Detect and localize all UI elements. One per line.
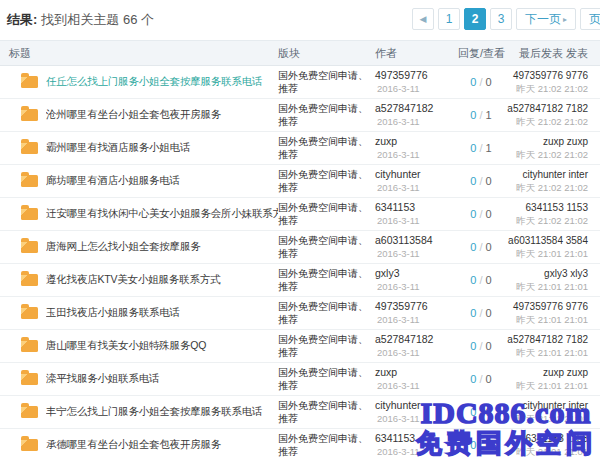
folder-icon bbox=[21, 373, 38, 385]
lastpost-time: 昨天 21:01 21:01 bbox=[516, 314, 588, 325]
post-date: 2016-3-11 bbox=[375, 281, 420, 292]
replies-views: 0/1 bbox=[458, 142, 504, 154]
post-date: 2016-3-11 bbox=[375, 446, 420, 457]
thread-title-link[interactable]: 沧州哪里有坐台小姐全套包夜开房服务 bbox=[46, 108, 278, 122]
lastpost-author-link[interactable]: 497359776 9776 bbox=[513, 70, 588, 81]
table-row: 任丘怎么找上门服务小姐全套按摩服务联系电话 国外免费空间申请、推荐 497359… bbox=[0, 66, 600, 99]
table-row: 廊坊哪里有酒店小姐服务电话 国外免费空间申请、推荐 cityhunter2016… bbox=[0, 165, 600, 198]
lastpost-author-link[interactable]: a527847182 7182 bbox=[507, 334, 588, 345]
folder-icon bbox=[21, 109, 38, 121]
folder-icon bbox=[21, 340, 38, 352]
replies-views: 0/0 bbox=[458, 439, 504, 451]
forum-link[interactable]: 国外免费空间申请、推荐 bbox=[278, 267, 375, 293]
header-lastpost: 最后发表 发表 bbox=[504, 46, 600, 61]
thread-title-link[interactable]: 廊坊哪里有酒店小姐服务电话 bbox=[46, 174, 278, 188]
next-page-button[interactable]: 下一页▸ bbox=[516, 8, 576, 30]
folder-icon bbox=[21, 175, 38, 187]
lastpost-time: 昨天 21:02 21:02 bbox=[516, 215, 588, 226]
replies-views: 0/0 bbox=[458, 241, 504, 253]
forum-link[interactable]: 国外免费空间申请、推荐 bbox=[278, 201, 375, 227]
folder-icon bbox=[21, 241, 38, 253]
author-link[interactable]: 6341153 bbox=[375, 432, 415, 444]
replies-views: 0/0 bbox=[458, 175, 504, 187]
lastpost-author-link[interactable]: a603113584 3584 bbox=[508, 235, 588, 246]
table-row: 沧州哪里有坐台小姐全套包夜开房服务 国外免费空间申请、推荐 a527847182… bbox=[0, 99, 600, 132]
author-link[interactable]: a603113584 bbox=[375, 234, 433, 246]
post-date: 2016-3-11 bbox=[375, 413, 420, 424]
lastpost-time: 昨天 21:01 21:01 bbox=[516, 347, 588, 358]
header-author: 作者 bbox=[375, 46, 458, 61]
author-link[interactable]: 497359776 bbox=[375, 69, 428, 81]
forum-link[interactable]: 国外免费空间申请、推荐 bbox=[278, 432, 375, 458]
author-link[interactable]: cityhunter bbox=[375, 168, 421, 180]
lastpost-author-link[interactable]: zuxp zuxp bbox=[543, 367, 588, 378]
prev-page-button[interactable]: ◀ bbox=[412, 8, 434, 30]
lastpost-time: 昨天 21:02 21:02 bbox=[516, 149, 588, 160]
thread-title-link[interactable]: 滦平找服务小姐联系电话 bbox=[46, 372, 278, 386]
thread-title-link[interactable]: 承德哪里有坐台小姐全套包夜开房服务 bbox=[46, 438, 278, 452]
table-row: 迁安哪里有找休闲中心美女小姐服务会所小妹联系方式 国外免费空间申请、推荐 634… bbox=[0, 198, 600, 231]
lastpost-author-link[interactable]: cityhunter inter bbox=[522, 169, 588, 180]
thread-title-link[interactable]: 唐海网上怎么找小姐全套按摩服务 bbox=[46, 240, 278, 254]
chevron-right-icon: ▸ bbox=[563, 15, 567, 24]
forum-link[interactable]: 国外免费空间申请、推荐 bbox=[278, 366, 375, 392]
lastpost-author-link[interactable]: a527847182 7182 bbox=[507, 103, 588, 114]
lastpost-author-link[interactable]: 6341153 1153 bbox=[526, 202, 588, 213]
author-link[interactable]: zuxp bbox=[375, 366, 397, 378]
thread-title-link[interactable]: 迁安哪里有找休闲中心美女小姐服务会所小妹联系方式 bbox=[46, 207, 278, 221]
pagination: ◀ 1 2 3 下一页▸ 页▸ bbox=[412, 8, 600, 30]
forum-link[interactable]: 国外免费空间申请、推荐 bbox=[278, 333, 375, 359]
forum-link[interactable]: 国外免费空间申请、推荐 bbox=[278, 168, 375, 194]
post-date: 2016-3-11 bbox=[375, 182, 420, 193]
author-link[interactable]: a527847182 bbox=[375, 102, 433, 114]
folder-icon bbox=[21, 208, 38, 220]
folder-icon bbox=[21, 76, 38, 88]
lastpost-time: 昨天 21:01 21:01 bbox=[516, 380, 588, 391]
folder-icon bbox=[21, 406, 38, 418]
thread-title-link[interactable]: 唐山哪里有找美女小姐特殊服务QQ bbox=[46, 339, 278, 353]
thread-title-link[interactable]: 遵化找夜店KTV美女小姐服务联系方式 bbox=[46, 273, 278, 287]
author-link[interactable]: a527847182 bbox=[375, 333, 433, 345]
post-date: 2016-3-11 bbox=[375, 347, 420, 358]
thread-title-link[interactable]: 霸州哪里有找酒店服务小姐电话 bbox=[46, 141, 278, 155]
header-forum: 版块 bbox=[278, 46, 375, 61]
author-link[interactable]: 497359776 bbox=[375, 300, 428, 312]
lastpost-time: 昨天 21:01 21:01 bbox=[516, 446, 588, 457]
forum-link[interactable]: 国外免费空间申请、推荐 bbox=[278, 399, 375, 425]
lastpost-author-link[interactable]: 6341153 1153 bbox=[526, 433, 588, 444]
author-link[interactable]: zuxp bbox=[375, 135, 397, 147]
forum-link[interactable]: 国外免费空间申请、推荐 bbox=[278, 234, 375, 260]
page-button-3[interactable]: 3 bbox=[490, 8, 512, 30]
table-row: 唐海网上怎么找小姐全套按摩服务 国外免费空间申请、推荐 a60311358420… bbox=[0, 231, 600, 264]
forum-link[interactable]: 国外免费空间申请、推荐 bbox=[278, 69, 375, 95]
table-row: 唐山哪里有找美女小姐特殊服务QQ 国外免费空间申请、推荐 a5278471822… bbox=[0, 330, 600, 363]
lastpost-author-link[interactable]: zuxp zuxp bbox=[543, 136, 588, 147]
last-page-button[interactable]: 页▸ bbox=[580, 8, 600, 30]
header-replies-views: 回复/查看 bbox=[458, 46, 504, 61]
forum-link[interactable]: 国外免费空间申请、推荐 bbox=[278, 102, 375, 128]
result-label: 结果: bbox=[7, 12, 37, 27]
table-row: 遵化找夜店KTV美女小姐服务联系方式 国外免费空间申请、推荐 gxly32016… bbox=[0, 264, 600, 297]
next-page-label: 下一页 bbox=[525, 11, 561, 28]
lastpost-author-link[interactable]: gxly3 xly3 bbox=[544, 268, 588, 279]
lastpost-author-link[interactable]: cityhunter inter bbox=[522, 400, 588, 411]
page-button-1[interactable]: 1 bbox=[438, 8, 460, 30]
lastpost-time: 昨天 21:02 21:02 bbox=[516, 182, 588, 193]
post-date: 2016-3-11 bbox=[375, 248, 420, 259]
lastpost-author-link[interactable]: 497359776 9776 bbox=[513, 301, 588, 312]
author-link[interactable]: 6341153 bbox=[375, 201, 415, 213]
result-toolbar: 结果:找到相关主题 66 个 ◀ 1 2 3 下一页▸ 页▸ bbox=[0, 0, 600, 40]
thread-title-link[interactable]: 任丘怎么找上门服务小姐全套按摩服务联系电话 bbox=[46, 75, 278, 89]
replies-views: 0/0 bbox=[458, 274, 504, 286]
folder-icon bbox=[21, 439, 38, 451]
forum-link[interactable]: 国外免费空间申请、推荐 bbox=[278, 300, 375, 326]
lastpost-time: 昨天 21:02 21:02 bbox=[516, 83, 588, 94]
author-link[interactable]: cityhunter bbox=[375, 399, 421, 411]
author-link[interactable]: gxly3 bbox=[375, 267, 400, 279]
lastpost-time: 昨天 21:01 21:01 bbox=[516, 413, 588, 424]
thread-title-link[interactable]: 玉田找夜店小姐服务联系电话 bbox=[46, 306, 278, 320]
thread-title-link[interactable]: 丰宁怎么找上门服务小姐全套按摩服务联系电话 bbox=[46, 405, 278, 419]
page-button-2-active[interactable]: 2 bbox=[464, 8, 486, 30]
replies-views: 0/0 bbox=[458, 406, 504, 418]
forum-link[interactable]: 国外免费空间申请、推荐 bbox=[278, 135, 375, 161]
